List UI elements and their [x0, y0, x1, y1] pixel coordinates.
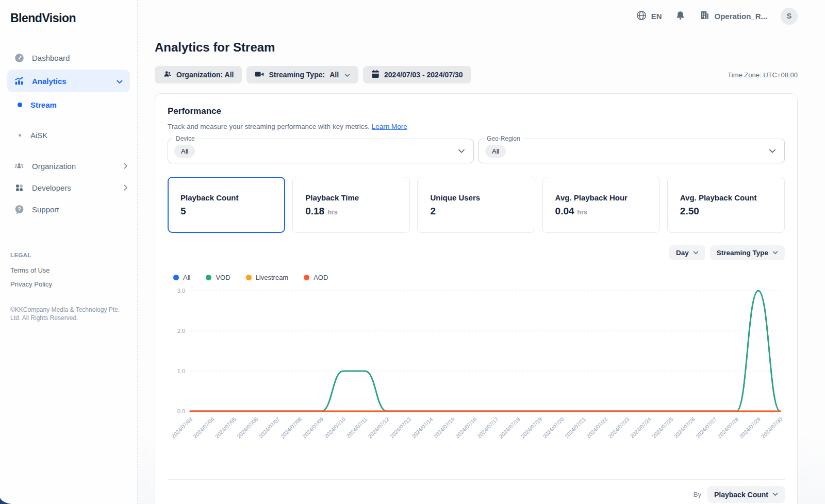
chart-container: 3.02.01.00.02024/07/032024/07/042024/07/…	[168, 283, 785, 456]
interval-dropdown[interactable]: Day	[669, 245, 705, 260]
device-select[interactable]: Device All	[168, 139, 474, 163]
y-tick-label: 1.0	[177, 368, 185, 374]
x-tick-label: 2024/07/18	[498, 416, 521, 440]
chevron-down-icon	[769, 146, 776, 156]
legend-label: Livestream	[256, 274, 289, 281]
geo-region-select-label: Geo-Region	[484, 135, 523, 142]
copyright-text: ©KKCompany Media & Technology Pte. Ltd. …	[10, 306, 121, 322]
sidebar-item-label: AiSK	[30, 131, 47, 140]
x-tick-label: 2024/07/20	[541, 416, 565, 440]
page-title: Analytics for Stream	[155, 40, 798, 55]
metric-label: Avg. Playback Count	[680, 193, 772, 202]
x-tick-label: 2024/07/05	[214, 416, 238, 440]
metric-card-avg-playback-count[interactable]: Avg. Playback Count 2.50	[667, 177, 785, 233]
date-range-filter-chip[interactable]: 2024/07/03 - 2024/07/30	[363, 66, 471, 83]
organization-switcher[interactable]: Operation_R...	[699, 10, 767, 22]
legend-item-all[interactable]: All	[173, 274, 190, 281]
timezone-label: Time Zone: UTC+08:00	[728, 71, 798, 79]
legend-label: VOD	[216, 274, 230, 281]
legend-dot-icon	[206, 275, 211, 280]
date-range-label: 2024/07/03 - 2024/07/30	[384, 71, 463, 79]
x-tick-label: 2024/07/16	[454, 416, 478, 440]
developers-grid-icon	[13, 182, 25, 193]
x-tick-label: 2024/07/29	[738, 416, 762, 440]
geo-region-select[interactable]: Geo-Region All	[478, 139, 785, 163]
globe-icon	[636, 10, 647, 23]
metric-card-playback-count[interactable]: Playback Count 5	[168, 177, 285, 233]
legend-item-vod[interactable]: VOD	[206, 274, 230, 281]
sidebar-nav: Dashboard Analytics Stream AiSK	[0, 47, 137, 220]
chevron-down-icon	[693, 251, 699, 255]
legend-dot-icon	[304, 275, 309, 280]
privacy-policy-link[interactable]: Privacy Policy	[10, 280, 127, 288]
x-tick-label: 2024/07/12	[367, 416, 390, 440]
sidebar-item-dashboard[interactable]: Dashboard	[0, 47, 137, 69]
chart-footer: By Playback Count	[168, 486, 785, 503]
inactive-bullet-icon	[19, 134, 21, 137]
metric-card-playback-time[interactable]: Playback Time 0.18hrs	[292, 177, 410, 233]
sidebar-item-stream[interactable]: Stream	[0, 93, 137, 116]
metric-label: Playback Count	[180, 193, 272, 202]
by-metric-dropdown-label: Playback Count	[714, 491, 768, 499]
sidebar: BlendVision Dashboard Analytics Strea	[0, 0, 138, 504]
learn-more-link[interactable]: Learn More	[372, 123, 407, 130]
metric-value: 2.50	[680, 206, 699, 217]
x-tick-label: 2024/07/27	[695, 416, 718, 440]
x-tick-label: 2024/07/23	[607, 416, 631, 440]
notifications-button[interactable]	[675, 10, 686, 23]
card-divider	[168, 479, 785, 480]
x-tick-label: 2024/07/28	[716, 416, 740, 440]
sidebar-item-label: Support	[32, 205, 128, 214]
app-root: BlendVision Dashboard Analytics Strea	[0, 0, 825, 504]
x-tick-label: 2024/07/07	[257, 416, 281, 440]
organization-name: Operation_R...	[714, 12, 767, 21]
sidebar-item-label: Organization	[32, 162, 117, 171]
legend-label: AOD	[314, 274, 328, 281]
terms-of-use-link[interactable]: Terms of Use	[10, 266, 127, 274]
legend-item-aod[interactable]: AOD	[304, 274, 328, 281]
metric-label: Avg. Playback Hour	[555, 193, 647, 202]
sidebar-item-analytics[interactable]: Analytics	[7, 70, 130, 92]
x-tick-label: 2024/07/13	[388, 416, 412, 440]
building-icon	[699, 10, 710, 22]
chart-controls: Day Streaming Type	[168, 245, 785, 260]
calendar-icon	[371, 70, 380, 80]
x-tick-label: 2024/07/14	[410, 416, 434, 440]
legend-item-livestream[interactable]: Livestream	[246, 274, 289, 281]
x-tick-label: 2024/07/06	[236, 416, 259, 440]
metric-unit: hrs	[327, 209, 337, 216]
language-label: EN	[651, 12, 662, 21]
active-bullet-icon	[18, 103, 22, 107]
sidebar-item-support[interactable]: ? Support	[0, 198, 137, 220]
geo-region-select-value: All	[485, 145, 506, 158]
streaming-type-dropdown[interactable]: Streaming Type	[710, 245, 785, 260]
y-tick-label: 0.0	[177, 408, 185, 414]
organization-people-icon	[13, 160, 25, 172]
x-tick-label: 2024/07/08	[279, 416, 303, 440]
performance-description-text: Track and measure your streaming perform…	[168, 123, 370, 130]
sidebar-item-organization[interactable]: Organization	[0, 155, 137, 177]
topbar: EN Operation_R... S	[155, 0, 798, 32]
by-metric-dropdown[interactable]: Playback Count	[707, 486, 785, 503]
dashboard-gauge-icon	[13, 52, 25, 63]
metric-card-unique-users[interactable]: Unique Users 2	[417, 177, 535, 233]
brand-logo: BlendVision	[0, 11, 137, 25]
svg-text:?: ?	[18, 206, 21, 212]
device-select-value: All	[174, 145, 195, 158]
sidebar-item-developers[interactable]: Developers	[0, 177, 137, 198]
sidebar-item-aisk[interactable]: AiSK	[0, 124, 137, 147]
metric-value: 2	[430, 206, 436, 217]
chevron-down-icon	[117, 77, 123, 86]
organization-filter-label: Organization: All	[176, 71, 234, 79]
avatar[interactable]: S	[781, 8, 798, 25]
metric-unit: hrs	[578, 209, 587, 216]
streaming-type-filter-chip[interactable]: Streaming Type: All	[246, 66, 358, 83]
performance-description: Track and measure your streaming perform…	[168, 123, 785, 130]
performance-title: Performance	[168, 106, 785, 116]
metric-card-avg-playback-hour[interactable]: Avg. Playback Hour 0.04hrs	[542, 177, 660, 233]
x-tick-label: 2024/07/19	[520, 416, 543, 440]
chevron-down-icon	[344, 71, 350, 79]
organization-filter-chip[interactable]: Organization: All	[155, 66, 242, 83]
sidebar-item-label: Developers	[32, 183, 117, 192]
language-switcher[interactable]: EN	[636, 10, 662, 23]
